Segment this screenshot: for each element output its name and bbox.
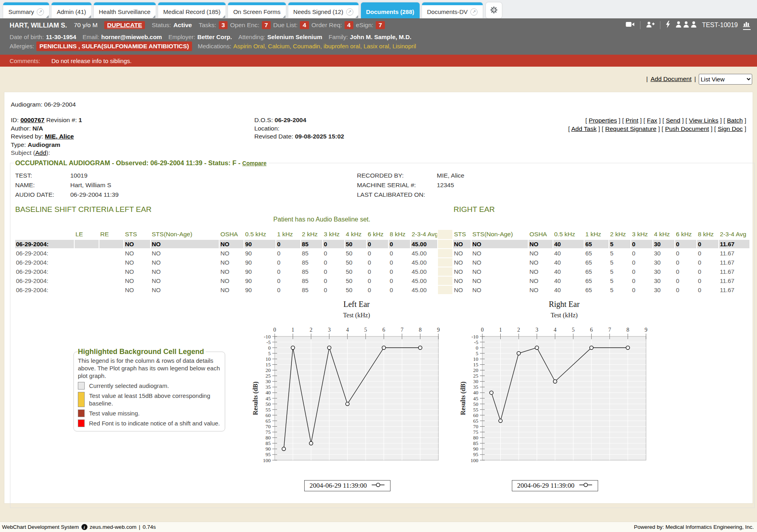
svg-text:Right Ear: Right Ear — [549, 300, 580, 309]
sign-doc-link[interactable]: Sign Doc — [717, 125, 743, 132]
info-icon[interactable]: i — [81, 524, 87, 530]
column-header: 8 kHz — [389, 230, 410, 239]
push-document-link[interactable]: Push Document — [665, 125, 709, 132]
tab-documents-dv[interactable]: Documents-DV↗ — [422, 2, 483, 18]
send-link[interactable]: Send — [666, 117, 680, 124]
medication-link[interactable]: ibuprofen oral — [323, 43, 360, 49]
cell: 0 — [675, 240, 696, 248]
cell: 0 — [631, 240, 652, 248]
view-links-link[interactable]: View Links — [689, 117, 718, 124]
table-row[interactable]: 06-29-2004:NONONO900850500045.00NONONO40… — [15, 258, 749, 267]
cell: 11.67 — [719, 286, 749, 294]
counter-tasks: Tasks:3 — [199, 21, 228, 29]
counter-badge[interactable]: 7 — [376, 21, 385, 29]
legend-swatch — [78, 419, 85, 427]
column-header: OSHA — [529, 230, 553, 239]
svg-text:0: 0 — [481, 327, 484, 333]
tab-documents-288[interactable]: Documents (288) — [361, 2, 420, 18]
tab-needs-signed-12[interactable]: Needs Signed (12)↗ — [288, 2, 359, 18]
external-link-icon[interactable]: ↗ — [37, 8, 44, 16]
footer-host: zeus.med-web.com — [90, 524, 137, 530]
external-link-icon[interactable]: ↗ — [346, 8, 353, 16]
tab-admin-41[interactable]: Admin (41) — [52, 2, 91, 18]
demographics-row: Date of birth:11-30-1954Email:horner@mie… — [10, 33, 747, 42]
right-chart-legend: 2004-06-29 11:39:00 — [512, 480, 598, 491]
cell: 40 — [553, 267, 584, 276]
compare-link[interactable]: Compare — [242, 160, 267, 166]
add-document-link[interactable]: Add Document — [650, 75, 692, 83]
svg-text:3: 3 — [535, 327, 538, 333]
row-date[interactable]: 06-29-2004: — [15, 249, 74, 257]
field-label: Attending: — [238, 34, 266, 40]
svg-text:30: 30 — [266, 378, 271, 384]
subject-add-link[interactable]: Add — [35, 149, 46, 156]
row-date[interactable]: 06-29-2004: — [15, 277, 74, 285]
cell: 30 — [653, 277, 674, 285]
video-call-button[interactable] — [626, 21, 635, 29]
properties-link[interactable]: Properties — [589, 117, 617, 124]
view-select[interactable]: List View — [699, 74, 752, 85]
svg-text:95: 95 — [266, 451, 271, 457]
field-value[interactable]: horner@mieweb.com — [101, 34, 162, 40]
left-chart-legend: 2004-06-29 11:39:00 — [304, 480, 390, 491]
row-date[interactable]: 06-29-2004: — [15, 286, 74, 294]
tab-on-screen-forms[interactable]: On Screen Forms — [228, 2, 285, 18]
settings-tab[interactable] — [486, 2, 502, 18]
legend-text: Currently selected audiogram. — [89, 382, 169, 390]
cell: 0 — [389, 249, 410, 257]
revised-date-label: Revised Date: — [254, 133, 293, 140]
patient-group-button[interactable] — [676, 21, 697, 29]
table-row[interactable]: 06-29-2004:NONONO900850500045.00NONONO40… — [15, 249, 749, 257]
svg-text:7: 7 — [400, 327, 403, 333]
column-header: STS — [124, 230, 150, 239]
request-signature-link[interactable]: Request Signature — [605, 125, 656, 132]
tab-label: Admin (41) — [57, 8, 86, 15]
cell — [75, 258, 99, 267]
row-date[interactable]: 06-29-2004: — [15, 267, 74, 276]
allergies-badge[interactable]: PENICILLINS , SULFA(SULFONAMIDE ANTIBIOT… — [36, 42, 192, 51]
medication-link[interactable]: Coumadin — [293, 43, 320, 49]
counter-badge[interactable]: 7 — [262, 21, 271, 29]
row-date[interactable]: 06-29-2004: — [15, 240, 74, 248]
cell: 50 — [345, 267, 366, 276]
medication-link[interactable]: Aspirin Oral — [233, 43, 264, 49]
cell: 85 — [301, 249, 322, 257]
tab-medical-record-185[interactable]: Medical Record (185) — [158, 2, 226, 18]
cell: 90 — [244, 286, 275, 294]
medication-link[interactable]: Calcium — [268, 43, 289, 49]
add-person-button[interactable] — [646, 21, 655, 30]
revised-by-link[interactable]: MIE, Alice — [45, 133, 74, 140]
info-label: RECORDED BY: — [357, 171, 437, 180]
row-date[interactable]: 06-29-2004: — [15, 258, 74, 267]
tab-summary[interactable]: Summary↗ — [3, 2, 49, 18]
document-id-link[interactable]: 0000767 — [20, 117, 44, 123]
cell: 0 — [675, 286, 696, 294]
table-row[interactable]: 06-29-2004:NONONO900850500045.00NONONO40… — [15, 277, 749, 285]
cell: 65 — [585, 240, 608, 248]
cell: 0 — [276, 286, 300, 294]
info-row: AUDIO DATE:06-29-2004 11:39 — [15, 190, 119, 200]
table-row[interactable]: 06-29-2004:NONONO900850500045.00NONONO40… — [15, 267, 749, 276]
audiogram-chart-button[interactable] — [743, 21, 751, 30]
medication-link[interactable]: Lisinopril — [392, 43, 416, 49]
counter-badge[interactable]: 4 — [345, 21, 354, 29]
cell: 90 — [244, 249, 275, 257]
table-row[interactable]: 06-29-2004:NONONO900850500045.00NONONO40… — [15, 286, 749, 294]
svg-text:-10: -10 — [472, 334, 478, 340]
status-value: Active — [173, 22, 192, 29]
cell: 0 — [697, 249, 718, 257]
quick-action-button[interactable] — [666, 21, 670, 30]
print-link[interactable]: Print — [626, 117, 638, 124]
counter-badge[interactable]: 4 — [300, 21, 309, 29]
batch-link[interactable]: Batch — [727, 117, 743, 124]
table-row[interactable]: 06-29-2004:NONONO900850500045.00NONONO40… — [15, 240, 749, 248]
add-task-link[interactable]: Add Task — [571, 125, 596, 132]
external-link-icon[interactable]: ↗ — [470, 8, 478, 16]
medication-link[interactable]: Lasix oral — [363, 43, 389, 49]
svg-text:Left Ear: Left Ear — [343, 300, 370, 309]
fax-link[interactable]: Fax — [647, 117, 657, 124]
cell: 30 — [653, 258, 674, 267]
duplicate-badge[interactable]: DUPLICATE — [104, 21, 145, 29]
counter-badge[interactable]: 3 — [219, 21, 228, 29]
tab-health-surveillance[interactable]: Health Surveillance — [94, 2, 156, 18]
